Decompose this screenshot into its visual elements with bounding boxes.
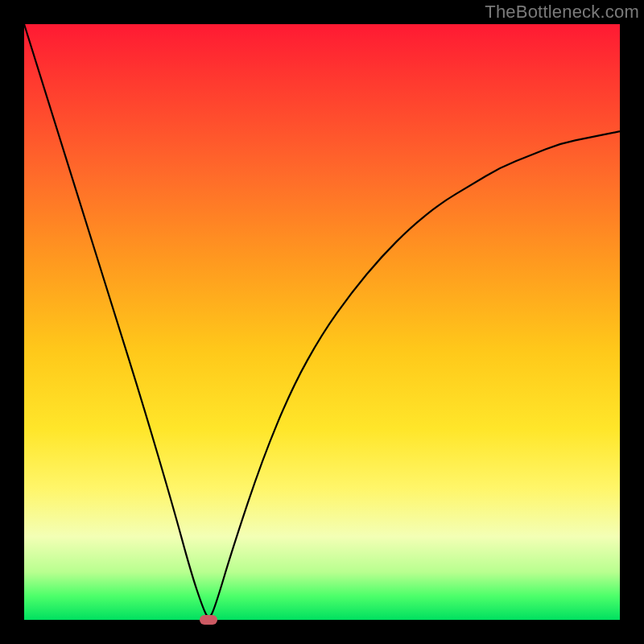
curve-svg <box>24 24 620 620</box>
plot-area <box>24 24 620 620</box>
bottleneck-curve <box>24 24 620 617</box>
minimum-marker <box>200 615 217 625</box>
chart-frame: TheBottleneck.com <box>0 0 644 644</box>
watermark-text: TheBottleneck.com <box>485 2 639 23</box>
